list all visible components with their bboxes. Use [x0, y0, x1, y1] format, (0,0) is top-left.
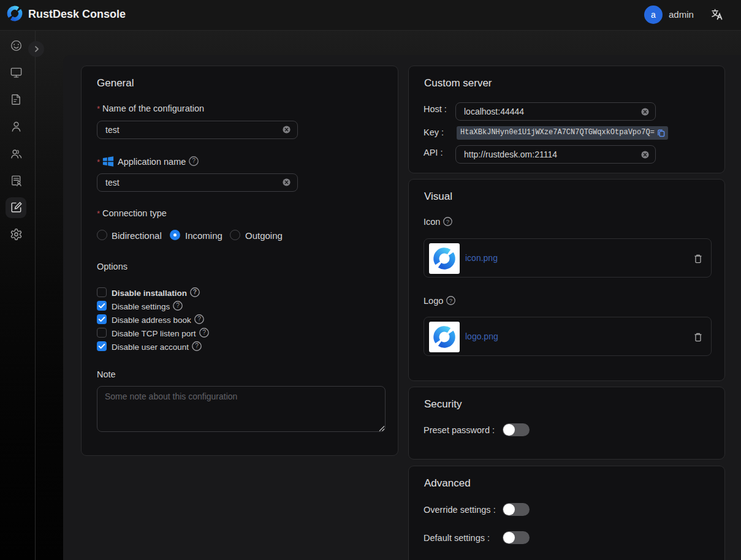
- svg-text:?: ?: [192, 157, 196, 164]
- svg-text:?: ?: [195, 342, 199, 349]
- svg-text:?: ?: [197, 316, 201, 322]
- svg-text:?: ?: [446, 218, 449, 225]
- svg-text:?: ?: [202, 329, 206, 336]
- svg-text:?: ?: [193, 289, 197, 295]
- svg-text:?: ?: [176, 302, 180, 309]
- svg-text:?: ?: [449, 297, 452, 304]
